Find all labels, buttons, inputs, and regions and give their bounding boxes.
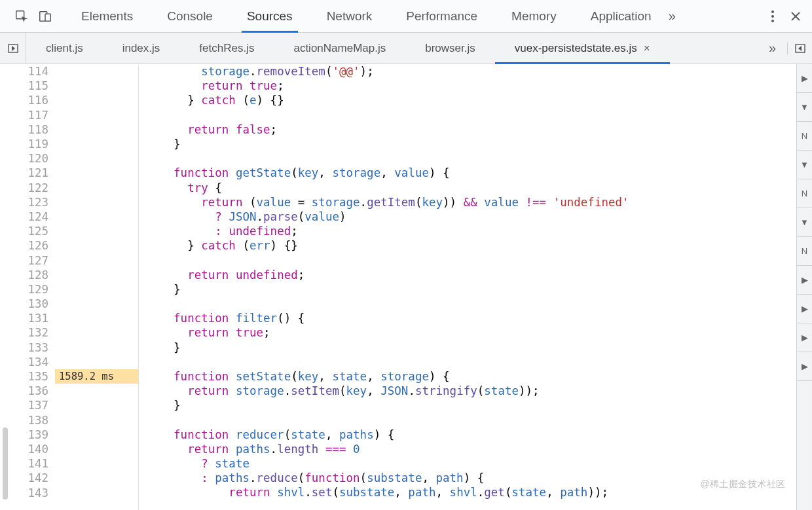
line-number[interactable]: 129	[0, 283, 55, 296]
line-number[interactable]: 141	[0, 457, 55, 470]
code-line[interactable]	[160, 297, 796, 311]
profiling-badge	[55, 325, 138, 340]
panel-overflow-icon[interactable]: »	[669, 9, 676, 24]
code-line[interactable]: function reducer(state, paths) {	[160, 428, 796, 442]
line-number[interactable]: 117	[0, 109, 55, 122]
code-line[interactable]: function filter() {	[160, 311, 796, 325]
panel-tab-performance[interactable]: Performance	[389, 0, 494, 32]
rail-toggle-icon[interactable]: N	[797, 237, 812, 266]
inspect-element-icon[interactable]	[14, 9, 29, 24]
line-number[interactable]: 135	[0, 370, 55, 383]
panel-tab-network[interactable]: Network	[310, 0, 390, 32]
snippets-toggle-icon[interactable]	[787, 43, 812, 54]
line-gutter[interactable]: 1141151161171181191201211221231241251261…	[0, 64, 139, 510]
line-number[interactable]: 134	[0, 355, 55, 369]
rail-toggle-icon[interactable]: ▶	[797, 295, 812, 323]
line-number[interactable]: 127	[0, 254, 55, 267]
code-line[interactable]: return true;	[160, 79, 796, 93]
line-number[interactable]: 122	[0, 181, 55, 194]
rail-toggle-icon[interactable]: ▶	[797, 64, 812, 93]
rail-toggle-icon[interactable]: N	[797, 179, 812, 208]
rail-toggle-icon[interactable]: ▶	[797, 266, 812, 295]
line-number[interactable]: 126	[0, 239, 55, 252]
close-icon[interactable]: ×	[644, 42, 650, 55]
rail-toggle-icon[interactable]: ▼	[797, 208, 812, 237]
file-tab[interactable]: vuex-persistedstate.es.js×	[495, 33, 670, 64]
line-number[interactable]: 132	[0, 326, 55, 339]
code-line[interactable]: ? JSON.parse(value)	[160, 209, 796, 224]
code-line[interactable]: } catch (e) {}	[160, 93, 796, 107]
panel-tab-application[interactable]: Application	[574, 0, 669, 32]
code-line[interactable]: return true;	[160, 325, 796, 340]
code-line[interactable]: }	[160, 340, 796, 355]
file-tab[interactable]: client.js	[26, 33, 103, 64]
line-number[interactable]: 143	[0, 486, 55, 500]
code-line[interactable]	[160, 253, 796, 267]
code-line[interactable]: function setState(key, state, storage) {	[160, 369, 796, 384]
panel-tab-sources[interactable]: Sources	[230, 0, 310, 32]
code-line[interactable]: try {	[160, 181, 796, 195]
line-number[interactable]: 120	[0, 152, 55, 165]
line-number[interactable]: 140	[0, 443, 55, 456]
code-line[interactable]: return undefined;	[160, 268, 796, 282]
line-number[interactable]: 119	[0, 137, 55, 151]
scrollbar-thumb[interactable]	[3, 428, 8, 500]
line-number[interactable]: 138	[0, 414, 55, 427]
code-line[interactable]: : undefined;	[160, 224, 796, 238]
file-tab[interactable]: browser.js	[405, 33, 495, 64]
navigator-toggle-icon[interactable]	[0, 33, 26, 64]
device-toggle-icon[interactable]	[38, 9, 52, 24]
panel-tab-elements[interactable]: Elements	[64, 0, 150, 32]
line-number[interactable]: 125	[0, 225, 55, 238]
code-line[interactable]: return shvl.set(substate, path, shvl.get…	[160, 485, 796, 500]
code-line[interactable]	[160, 151, 796, 166]
file-tab[interactable]: index.js	[103, 33, 180, 64]
line-number[interactable]: 130	[0, 297, 55, 310]
line-number[interactable]: 128	[0, 268, 55, 282]
line-number[interactable]: 115	[0, 79, 55, 92]
line-number[interactable]: 118	[0, 123, 55, 136]
kebab-menu-icon[interactable]	[771, 10, 774, 22]
close-devtools-icon[interactable]	[790, 10, 802, 22]
rail-toggle-icon[interactable]: ▼	[797, 93, 812, 122]
code-line[interactable]: }	[160, 282, 796, 297]
code-line[interactable]: return (value = storage.getItem(key)) &&…	[160, 195, 796, 209]
code-line[interactable]: storage.removeItem('@@');	[160, 64, 796, 79]
code-line[interactable]	[160, 108, 796, 122]
line-number[interactable]: 114	[0, 65, 55, 78]
line-number[interactable]: 121	[0, 166, 55, 179]
line-number[interactable]: 142	[0, 471, 55, 484]
line-number[interactable]: 137	[0, 399, 55, 412]
code-line[interactable]: }	[160, 137, 796, 151]
rail-toggle-icon[interactable]: ▶	[797, 323, 812, 352]
line-number[interactable]: 131	[0, 312, 55, 325]
rail-toggle-icon[interactable]: ▶	[797, 352, 812, 381]
code-line[interactable]: : paths.reduce(function(substate, path) …	[160, 471, 796, 485]
line-number[interactable]: 139	[0, 428, 55, 441]
line-number[interactable]: 124	[0, 210, 55, 223]
profiling-badge	[55, 122, 138, 137]
code-editor[interactable]: storage.removeItem('@@'); return true; }…	[139, 64, 796, 510]
code-line[interactable]: return paths.length === 0	[160, 442, 796, 456]
file-tab[interactable]: fetchRes.js	[179, 33, 274, 64]
line-number[interactable]: 123	[0, 196, 55, 209]
rail-toggle-icon[interactable]: ▼	[797, 151, 812, 179]
rail-toggle-icon[interactable]: N	[797, 122, 812, 151]
panel-tab-memory[interactable]: Memory	[494, 0, 574, 32]
code-line[interactable]: } catch (err) {}	[160, 238, 796, 253]
code-line[interactable]	[160, 355, 796, 369]
profiling-badge	[55, 209, 138, 224]
code-line[interactable]: }	[160, 398, 796, 412]
file-overflow-icon[interactable]: »	[758, 33, 787, 64]
code-line[interactable]: function getState(key, storage, value) {	[160, 166, 796, 180]
line-number[interactable]: 133	[0, 341, 55, 354]
line-number[interactable]: 136	[0, 384, 55, 397]
panel-tab-console[interactable]: Console	[150, 0, 230, 32]
code-line[interactable]: return false;	[160, 122, 796, 137]
code-line[interactable]: ? state	[160, 456, 796, 471]
file-tab[interactable]: actionNameMap.js	[274, 33, 405, 64]
code-line[interactable]: return storage.setItem(key, JSON.stringi…	[160, 384, 796, 398]
profiling-badge	[55, 64, 138, 79]
code-line[interactable]	[160, 413, 796, 428]
line-number[interactable]: 116	[0, 94, 55, 107]
